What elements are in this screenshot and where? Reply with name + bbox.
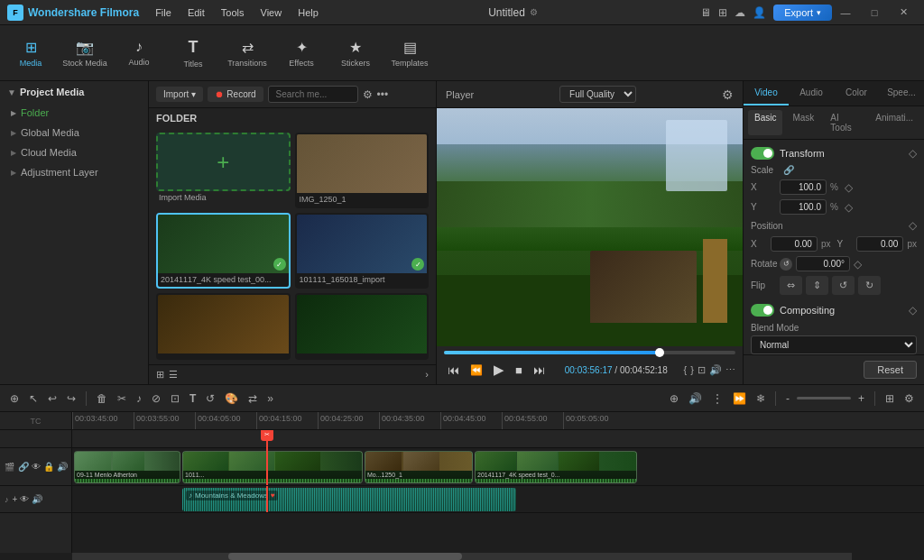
subtab-ai-tools[interactable]: AI Tools [824, 110, 865, 135]
import-button[interactable]: Import ▾ [156, 87, 203, 102]
rotate-left-button[interactable]: ↺ [832, 276, 855, 295]
tool-stock-media[interactable]: 📷 Stock Media [59, 28, 111, 78]
scale-y-input[interactable] [780, 199, 827, 215]
flip-horizontal-button[interactable]: ⇔ [780, 276, 802, 295]
transform-toggle[interactable] [751, 147, 774, 160]
video-clip-3[interactable]: Mo...1250_1 [365, 451, 473, 483]
volume-icon[interactable]: 🔊 [709, 364, 722, 376]
tl-more-button[interactable]: » [264, 390, 276, 407]
user-icon[interactable]: 👤 [753, 6, 766, 19]
tl-zoom-in-button[interactable]: + [855, 390, 867, 407]
menu-view[interactable]: View [254, 5, 290, 20]
tab-speed[interactable]: Spee... [879, 81, 924, 106]
tl-zoom-slider[interactable] [797, 397, 851, 399]
tl-text-button[interactable]: T [187, 390, 199, 407]
media-search-input[interactable] [268, 86, 358, 103]
filter-icon[interactable]: ⚙ [363, 88, 373, 101]
tl-cursor-button[interactable]: ↖ [26, 390, 41, 407]
transform-keyframe-icon[interactable]: ◇ [909, 147, 917, 160]
tl-audio-button[interactable]: ♪ [134, 390, 144, 407]
tab-video[interactable]: Video [744, 81, 789, 106]
sidebar-item-folder[interactable]: ▶ Folder [0, 103, 148, 123]
video-clip-1[interactable]: 09-11 Menlo Atherton [74, 451, 180, 483]
subtab-animation[interactable]: Animati... [869, 110, 919, 135]
tl-add-track-button[interactable]: ⊕ [667, 390, 681, 407]
menu-edit[interactable]: Edit [180, 5, 212, 20]
tl-crop-button[interactable]: ⊡ [168, 390, 182, 407]
position-y-input[interactable] [856, 236, 903, 252]
tl-snap-button[interactable]: ⊕ [7, 390, 22, 407]
track-speaker-icon[interactable]: 🔊 [57, 462, 68, 472]
sidebar-item-cloud-media[interactable]: ▶ Cloud Media [0, 142, 148, 162]
media-item[interactable] [156, 293, 291, 360]
audio-eye-icon[interactable]: 👁 [20, 494, 29, 504]
tool-effects[interactable]: ✦ Effects [275, 28, 328, 78]
tl-zoom-out-button[interactable]: - [783, 390, 792, 407]
maximize-button[interactable]: □ [861, 4, 888, 22]
compositing-keyframe-icon[interactable]: ◇ [909, 304, 917, 317]
media-item[interactable]: ✓ 101111_165018_import [295, 213, 430, 289]
add-media-button[interactable]: + [156, 133, 291, 191]
skip-fwd-button[interactable]: ⏭ [530, 360, 549, 380]
tool-audio[interactable]: ♪ Audio [113, 28, 165, 78]
track-lock-icon[interactable]: 🔒 [43, 462, 54, 472]
tool-media[interactable]: ⊞ Media [5, 28, 57, 78]
tl-redo-button[interactable]: ↪ [64, 390, 79, 407]
media-import-item[interactable]: + Import Media [156, 133, 291, 208]
tool-titles[interactable]: T Titles [167, 28, 219, 78]
tl-speed-button[interactable]: ⏩ [730, 390, 749, 407]
media-item[interactable]: IMG_1250_1 [295, 133, 430, 208]
flip-vertical-button[interactable]: ⇕ [806, 276, 828, 295]
tl-settings-button[interactable]: ⚙ [901, 390, 917, 407]
compositing-toggle[interactable] [751, 304, 774, 317]
video-clip-2[interactable]: 1011... [182, 451, 363, 483]
scrollbar-thumb[interactable] [228, 553, 462, 560]
stop-button[interactable]: ■ [512, 360, 526, 380]
track-eye-icon[interactable]: 👁 [32, 462, 41, 472]
close-button[interactable]: ✕ [890, 4, 917, 22]
progress-handle[interactable] [655, 348, 664, 357]
media-item-selected[interactable]: ✓ 20141117_4K speed test_00... [156, 213, 291, 289]
rotate-input[interactable] [796, 256, 850, 271]
scale-x-keyframe-icon[interactable]: ◇ [845, 181, 853, 194]
quality-select[interactable]: Full Quality 1/2 Quality 1/4 Quality [559, 86, 636, 103]
sidebar-item-adjustment[interactable]: ▶ Adjustment Layer [0, 162, 148, 182]
more-options-icon[interactable]: ••• [377, 88, 389, 101]
cloud-icon[interactable]: ☁ [735, 6, 745, 19]
tl-freeze-button[interactable]: ❄ [753, 390, 768, 407]
tl-color-button[interactable]: 🎨 [222, 390, 241, 407]
tl-mute-button[interactable]: 🔊 [686, 390, 705, 407]
tl-transition-button[interactable]: ⇄ [245, 390, 260, 407]
tool-templates[interactable]: ▤ Templates [383, 28, 436, 78]
export-button[interactable]: Export ▾ [773, 5, 832, 21]
position-x-input[interactable] [771, 236, 818, 252]
tool-stickers[interactable]: ★ Stickers [329, 28, 382, 78]
mark-in-icon[interactable]: { [684, 364, 688, 376]
blend-mode-select[interactable]: Normal Multiply Screen Overlay [751, 335, 917, 354]
tl-rotate-button[interactable]: ↺ [203, 390, 217, 407]
tl-undo-button[interactable]: ↩ [45, 390, 60, 407]
audio-clip-1[interactable]: ♪ Mountains & Meadows ♥ [182, 488, 516, 511]
tab-audio[interactable]: Audio [789, 81, 834, 106]
timeline-scrollbar[interactable] [72, 553, 852, 560]
panel-collapse-arrow[interactable]: ▼ [7, 87, 16, 97]
minimize-button[interactable]: — [832, 4, 859, 22]
layout-icon[interactable]: ⊞ [718, 6, 727, 19]
tl-delete-button[interactable]: 🗑 [94, 390, 110, 407]
sidebar-item-global-media[interactable]: ▶ Global Media [0, 123, 148, 142]
monitor-icon[interactable]: 🖥 [700, 6, 711, 19]
preview-settings-icon[interactable]: ⚙ [722, 87, 734, 102]
play-button[interactable]: ▶ [490, 360, 508, 380]
step-back-button[interactable]: ⏪ [467, 360, 486, 380]
media-view-icon[interactable]: ⊞ [156, 369, 164, 381]
screenshot-icon[interactable]: ⊡ [698, 364, 706, 376]
subtab-basic[interactable]: Basic [748, 110, 782, 135]
tl-split-button[interactable]: ⋮ [709, 390, 725, 407]
menu-file[interactable]: File [148, 5, 179, 20]
media-item[interactable] [295, 293, 430, 360]
reset-button[interactable]: Reset [864, 361, 917, 379]
position-keyframe-icon[interactable]: ◇ [909, 219, 917, 232]
tab-color[interactable]: Color [834, 81, 879, 106]
record-button[interactable]: ⏺ Record [208, 87, 263, 102]
video-clip-4[interactable]: 20141117_4K speed test_0... [475, 451, 637, 483]
